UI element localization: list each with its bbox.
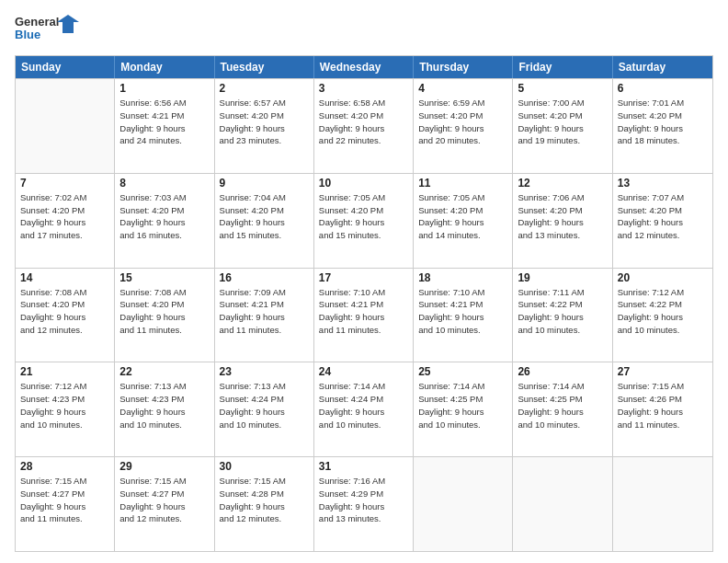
- day-info-14: Sunrise: 7:08 AMSunset: 4:20 PMDaylight:…: [20, 286, 109, 337]
- day-info-5: Sunrise: 7:00 AMSunset: 4:20 PMDaylight:…: [518, 97, 607, 147]
- day-number-24: 24: [319, 365, 408, 378]
- calendar-week-2: 7Sunrise: 7:02 AMSunset: 4:20 PMDaylight…: [16, 173, 712, 268]
- calendar-body: 1Sunrise: 6:56 AMSunset: 4:21 PMDaylight…: [16, 78, 712, 551]
- day-1: 1Sunrise: 6:56 AMSunset: 4:21 PMDaylight…: [115, 79, 214, 173]
- day-number-14: 14: [20, 271, 109, 284]
- header-cell-wednesday: Wednesday: [314, 56, 414, 78]
- day-30: 30Sunrise: 7:15 AMSunset: 4:28 PMDayligh…: [215, 457, 314, 551]
- calendar-header-row: SundayMondayTuesdayWednesdayThursdayFrid…: [16, 56, 712, 78]
- day-info-21: Sunrise: 7:12 AMSunset: 4:23 PMDaylight:…: [20, 380, 109, 431]
- day-number-3: 3: [319, 82, 408, 95]
- day-11: 11Sunrise: 7:05 AMSunset: 4:20 PMDayligh…: [414, 174, 513, 268]
- day-3: 3Sunrise: 6:58 AMSunset: 4:20 PMDaylight…: [314, 79, 414, 173]
- header-cell-tuesday: Tuesday: [215, 56, 314, 78]
- day-23: 23Sunrise: 7:13 AMSunset: 4:24 PMDayligh…: [215, 362, 314, 456]
- day-number-9: 9: [220, 177, 309, 190]
- day-15: 15Sunrise: 7:08 AMSunset: 4:20 PMDayligh…: [115, 269, 214, 362]
- day-4: 4Sunrise: 6:59 AMSunset: 4:20 PMDaylight…: [414, 79, 513, 173]
- day-6: 6Sunrise: 7:01 AMSunset: 4:20 PMDaylight…: [613, 79, 712, 173]
- day-16: 16Sunrise: 7:09 AMSunset: 4:21 PMDayligh…: [215, 269, 314, 362]
- header-cell-monday: Monday: [115, 56, 214, 78]
- svg-text:Blue: Blue: [15, 28, 40, 41]
- day-info-28: Sunrise: 7:15 AMSunset: 4:27 PMDaylight:…: [20, 475, 109, 525]
- day-9: 9Sunrise: 7:04 AMSunset: 4:20 PMDaylight…: [215, 174, 314, 268]
- day-25: 25Sunrise: 7:14 AMSunset: 4:25 PMDayligh…: [414, 362, 513, 456]
- day-info-16: Sunrise: 7:09 AMSunset: 4:21 PMDaylight:…: [220, 286, 309, 337]
- day-number-13: 13: [618, 177, 708, 190]
- calendar-week-1: 1Sunrise: 6:56 AMSunset: 4:21 PMDaylight…: [16, 78, 712, 173]
- day-number-16: 16: [220, 271, 309, 284]
- day-26: 26Sunrise: 7:14 AMSunset: 4:25 PMDayligh…: [513, 362, 612, 456]
- day-number-22: 22: [119, 365, 209, 378]
- day-info-4: Sunrise: 6:59 AMSunset: 4:20 PMDaylight:…: [418, 97, 507, 147]
- day-info-6: Sunrise: 7:01 AMSunset: 4:20 PMDaylight:…: [618, 97, 708, 147]
- day-22: 22Sunrise: 7:13 AMSunset: 4:23 PMDayligh…: [115, 362, 214, 456]
- day-number-4: 4: [418, 82, 507, 95]
- logo: General Blue: [15, 11, 79, 48]
- day-info-30: Sunrise: 7:15 AMSunset: 4:28 PMDaylight:…: [220, 475, 309, 525]
- svg-marker-2: [57, 15, 79, 33]
- day-number-23: 23: [220, 365, 309, 378]
- day-number-27: 27: [618, 365, 708, 378]
- header-cell-saturday: Saturday: [613, 56, 712, 78]
- day-number-12: 12: [518, 177, 607, 190]
- day-number-21: 21: [20, 365, 109, 378]
- day-29: 29Sunrise: 7:15 AMSunset: 4:27 PMDayligh…: [115, 457, 214, 551]
- day-number-11: 11: [418, 177, 507, 190]
- day-number-18: 18: [418, 271, 507, 284]
- day-info-1: Sunrise: 6:56 AMSunset: 4:21 PMDaylight:…: [119, 97, 209, 147]
- day-number-10: 10: [319, 177, 408, 190]
- day-info-23: Sunrise: 7:13 AMSunset: 4:24 PMDaylight:…: [220, 380, 309, 431]
- day-info-11: Sunrise: 7:05 AMSunset: 4:20 PMDaylight:…: [418, 191, 507, 242]
- calendar-page: General Blue SundayMondayTuesdayWednesda…: [0, 0, 728, 563]
- day-number-20: 20: [618, 271, 708, 284]
- day-info-20: Sunrise: 7:12 AMSunset: 4:22 PMDaylight:…: [618, 286, 708, 337]
- day-info-26: Sunrise: 7:14 AMSunset: 4:25 PMDaylight:…: [518, 380, 607, 431]
- empty-cell-4-4: [414, 457, 513, 551]
- day-12: 12Sunrise: 7:06 AMSunset: 4:20 PMDayligh…: [513, 174, 612, 268]
- day-number-31: 31: [319, 460, 408, 473]
- calendar-week-3: 14Sunrise: 7:08 AMSunset: 4:20 PMDayligh…: [16, 268, 712, 362]
- day-8: 8Sunrise: 7:03 AMSunset: 4:20 PMDaylight…: [115, 174, 214, 268]
- calendar-week-4: 21Sunrise: 7:12 AMSunset: 4:23 PMDayligh…: [16, 362, 712, 456]
- day-number-28: 28: [20, 460, 109, 473]
- day-19: 19Sunrise: 7:11 AMSunset: 4:22 PMDayligh…: [513, 269, 612, 362]
- day-number-26: 26: [518, 365, 607, 378]
- day-info-24: Sunrise: 7:14 AMSunset: 4:24 PMDaylight:…: [319, 380, 408, 431]
- day-number-17: 17: [319, 271, 408, 284]
- day-info-7: Sunrise: 7:02 AMSunset: 4:20 PMDaylight:…: [20, 191, 109, 242]
- day-13: 13Sunrise: 7:07 AMSunset: 4:20 PMDayligh…: [613, 174, 712, 268]
- day-info-31: Sunrise: 7:16 AMSunset: 4:29 PMDaylight:…: [319, 475, 408, 525]
- svg-text:General: General: [15, 15, 59, 29]
- header-cell-friday: Friday: [513, 56, 612, 78]
- day-10: 10Sunrise: 7:05 AMSunset: 4:20 PMDayligh…: [314, 174, 414, 268]
- day-number-25: 25: [418, 365, 507, 378]
- header-cell-sunday: Sunday: [16, 56, 115, 78]
- logo-svg: General Blue: [15, 11, 79, 48]
- day-number-1: 1: [119, 82, 209, 95]
- day-31: 31Sunrise: 7:16 AMSunset: 4:29 PMDayligh…: [314, 457, 414, 551]
- empty-cell-4-5: [513, 457, 612, 551]
- day-info-22: Sunrise: 7:13 AMSunset: 4:23 PMDaylight:…: [119, 380, 209, 431]
- day-info-17: Sunrise: 7:10 AMSunset: 4:21 PMDaylight:…: [319, 286, 408, 337]
- day-number-19: 19: [518, 271, 607, 284]
- day-info-10: Sunrise: 7:05 AMSunset: 4:20 PMDaylight:…: [319, 191, 408, 242]
- day-number-15: 15: [119, 271, 209, 284]
- day-2: 2Sunrise: 6:57 AMSunset: 4:20 PMDaylight…: [215, 79, 314, 173]
- day-info-12: Sunrise: 7:06 AMSunset: 4:20 PMDaylight:…: [518, 191, 607, 242]
- day-number-5: 5: [518, 82, 607, 95]
- day-14: 14Sunrise: 7:08 AMSunset: 4:20 PMDayligh…: [16, 269, 115, 362]
- day-info-15: Sunrise: 7:08 AMSunset: 4:20 PMDaylight:…: [119, 286, 209, 337]
- day-7: 7Sunrise: 7:02 AMSunset: 4:20 PMDaylight…: [16, 174, 115, 268]
- day-info-2: Sunrise: 6:57 AMSunset: 4:20 PMDaylight:…: [220, 97, 309, 147]
- day-28: 28Sunrise: 7:15 AMSunset: 4:27 PMDayligh…: [16, 457, 115, 551]
- day-27: 27Sunrise: 7:15 AMSunset: 4:26 PMDayligh…: [613, 362, 712, 456]
- page-header: General Blue: [15, 11, 713, 48]
- day-24: 24Sunrise: 7:14 AMSunset: 4:24 PMDayligh…: [314, 362, 414, 456]
- day-info-29: Sunrise: 7:15 AMSunset: 4:27 PMDaylight:…: [119, 475, 209, 525]
- day-info-19: Sunrise: 7:11 AMSunset: 4:22 PMDaylight:…: [518, 286, 607, 337]
- day-number-7: 7: [20, 177, 109, 190]
- header-cell-thursday: Thursday: [414, 56, 513, 78]
- calendar-week-5: 28Sunrise: 7:15 AMSunset: 4:27 PMDayligh…: [16, 456, 712, 551]
- day-info-3: Sunrise: 6:58 AMSunset: 4:20 PMDaylight:…: [319, 97, 408, 147]
